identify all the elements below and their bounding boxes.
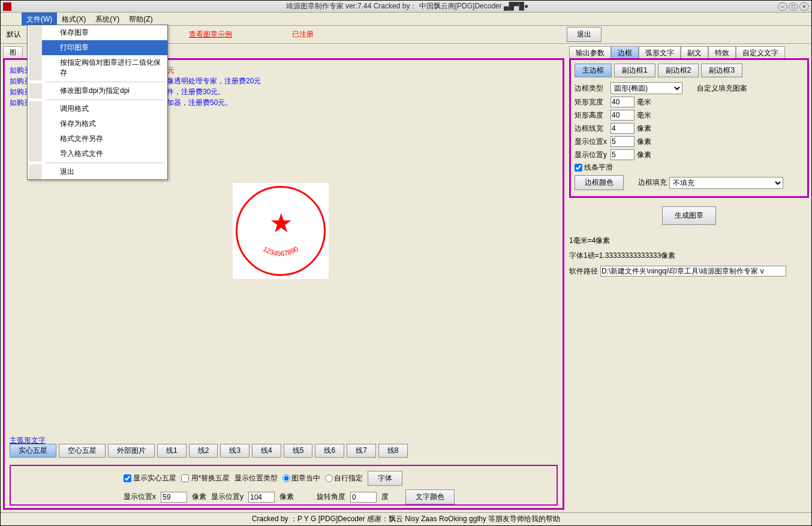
stab-main-border[interactable]: 主边框 bbox=[575, 64, 612, 77]
dd-sep bbox=[46, 163, 165, 163]
dd-exit[interactable]: 退出 bbox=[29, 164, 167, 179]
dd-load-format[interactable]: 调用格式 bbox=[29, 101, 167, 116]
btab-line5[interactable]: 线5 bbox=[284, 444, 313, 458]
btab-line1[interactable]: 线1 bbox=[157, 444, 187, 458]
minimize-button[interactable]: – bbox=[778, 2, 787, 11]
status-text: Cracked by ：P Y G [PDG]Decoder 感谢：飘云 Nis… bbox=[252, 514, 560, 524]
shape-panel: 显示实心五星 用*替换五星 显示位置类型 图章当中 自行指定 字体 显示位置x … bbox=[10, 465, 558, 506]
custom-fill-label: 自定义填充图案 bbox=[697, 83, 747, 94]
text-color-button[interactable]: 文字颜色 bbox=[405, 489, 455, 504]
maximize-button[interactable]: □ bbox=[789, 2, 798, 11]
disp-x-input[interactable] bbox=[610, 136, 634, 147]
right-tabs: 输出参数 边框 弧形文字 副文 特效 自定义文字 bbox=[569, 46, 809, 58]
right-panel: 输出参数 边框 弧形文字 副文 特效 自定义文字 主边框 副边框1 副边框2 副… bbox=[567, 44, 811, 512]
pos-type-label: 显示位置类型 bbox=[234, 473, 278, 483]
border-settings: 主边框 副边框1 副边框2 副边框3 边框类型 圆形(椭圆) 自定义填充图案 矩… bbox=[569, 58, 809, 198]
rtab-output[interactable]: 输出参数 bbox=[569, 46, 611, 58]
menu-file[interactable]: 文件(W) bbox=[22, 13, 57, 25]
registered-label: 已注册 bbox=[292, 29, 314, 40]
dd-import-format[interactable]: 导入格式文件 bbox=[29, 146, 167, 161]
info-mm: 1毫米=4像素 bbox=[569, 236, 809, 246]
toolbar-default-label: 默认 bbox=[7, 29, 21, 40]
border-color-button[interactable]: 边框颜色 bbox=[575, 175, 624, 190]
stab-sub3[interactable]: 副边框3 bbox=[701, 64, 742, 77]
font-button[interactable]: 字体 bbox=[368, 471, 402, 486]
use-asterisk-checkbox[interactable] bbox=[181, 474, 189, 482]
window-title: 靖源图章制作专家 ver:7.44 Cracked by： 中国飘云阁[PDG]… bbox=[37, 1, 778, 11]
menu-system[interactable]: 系统(Y) bbox=[91, 13, 124, 25]
menu-bar: 文件(W) 格式(X) 系统(Y) 帮助(Z) bbox=[1, 13, 811, 26]
btab-line4[interactable]: 线4 bbox=[252, 444, 281, 458]
svg-text:1234567890: 1234567890 bbox=[262, 245, 300, 257]
rect-height-input[interactable] bbox=[610, 110, 634, 121]
dd-modify-dpi[interactable]: 修改图章dpi为指定dpi bbox=[29, 83, 167, 98]
pos-center-radio[interactable] bbox=[282, 474, 290, 482]
dd-sep bbox=[46, 100, 165, 100]
btab-line3[interactable]: 线3 bbox=[220, 444, 249, 458]
rect-width-input[interactable] bbox=[610, 97, 634, 107]
btab-line7[interactable]: 线7 bbox=[347, 444, 376, 458]
rtab-subtext[interactable]: 副文 bbox=[681, 46, 708, 58]
posy-input[interactable] bbox=[248, 492, 275, 503]
btab-line2[interactable]: 线2 bbox=[189, 444, 218, 458]
rtab-border[interactable]: 边框 bbox=[611, 46, 639, 58]
line-width-input[interactable] bbox=[610, 123, 634, 134]
left-tab[interactable]: 图 bbox=[3, 46, 23, 58]
rtab-effect[interactable]: 特效 bbox=[708, 46, 736, 58]
btab-solid-star[interactable]: 实心五星 bbox=[10, 444, 56, 458]
menu-format[interactable]: 格式(X) bbox=[57, 13, 91, 25]
dd-format-saveas[interactable]: 格式文件另存 bbox=[29, 131, 167, 146]
bottom-tabs: 实心五星 空心五星 外部图片 线1 线2 线3 线4 线5 线6 线7 线8 bbox=[10, 444, 408, 458]
rtab-custom-text[interactable]: 自定义文字 bbox=[736, 46, 785, 58]
border-type-select[interactable]: 圆形(椭圆) bbox=[610, 82, 682, 94]
pos-custom-radio[interactable] bbox=[325, 474, 333, 482]
software-path-input[interactable] bbox=[600, 266, 786, 276]
stab-sub2[interactable]: 副边框2 bbox=[658, 64, 699, 77]
info-pt: 字体1磅=1.33333333333333像素 bbox=[569, 251, 809, 261]
dd-print-stamp[interactable]: 打印图章 bbox=[29, 40, 167, 55]
show-solid-star-checkbox[interactable] bbox=[124, 474, 131, 482]
status-bar: Cracked by ：P Y G [PDG]Decoder 感谢：飘云 Nis… bbox=[1, 512, 811, 525]
arc-text-svg: 1234567890 bbox=[237, 188, 324, 274]
dd-save-format[interactable]: 保存为格式 bbox=[29, 116, 167, 131]
dd-sep bbox=[46, 82, 165, 82]
app-icon bbox=[3, 2, 11, 11]
posx-input[interactable] bbox=[161, 492, 187, 503]
exit-button[interactable]: 退出 bbox=[567, 27, 602, 42]
rotate-input[interactable] bbox=[350, 492, 377, 503]
rtab-arc-text[interactable]: 弧形文字 bbox=[639, 46, 681, 58]
stamp-preview: ★ 1234567890 bbox=[233, 183, 329, 279]
btab-line6[interactable]: 线6 bbox=[315, 444, 344, 458]
close-button[interactable]: × bbox=[799, 2, 809, 11]
stab-sub1[interactable]: 副边框1 bbox=[614, 64, 655, 77]
btab-ext-image[interactable]: 外部图片 bbox=[108, 444, 155, 458]
smooth-checkbox[interactable] bbox=[575, 164, 582, 172]
border-fill-select[interactable]: 不填充 bbox=[669, 177, 783, 189]
dd-binarize-save[interactable]: 按指定阀值对图章进行二值化保存 bbox=[29, 55, 167, 80]
btab-line8[interactable]: 线8 bbox=[378, 444, 408, 458]
file-dropdown: 保存图章 打印图章 按指定阀值对图章进行二值化保存 修改图章dpi为指定dpi … bbox=[27, 25, 168, 180]
btab-hollow-star[interactable]: 空心五星 bbox=[59, 444, 106, 458]
disp-y-input[interactable] bbox=[610, 149, 634, 160]
menu-help[interactable]: 帮助(Z) bbox=[124, 13, 157, 25]
app-window: 靖源图章制作专家 ver:7.44 Cracked by： 中国飘云阁[PDG]… bbox=[0, 0, 812, 526]
example-link[interactable]: 查看图章示例 bbox=[189, 29, 232, 40]
dd-save-stamp[interactable]: 保存图章 bbox=[29, 25, 167, 40]
generate-button[interactable]: 生成图章 bbox=[662, 206, 716, 225]
title-bar: 靖源图章制作专家 ver:7.44 Cracked by： 中国飘云阁[PDG]… bbox=[1, 1, 811, 13]
